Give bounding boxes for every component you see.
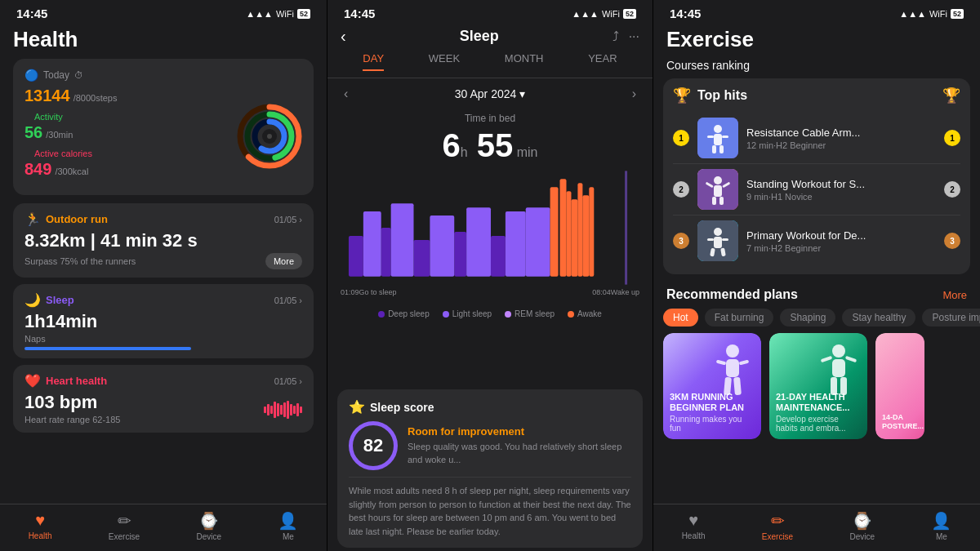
status-bar-sleep: 14:45 ▲▲▲ WiFi 52 — [327, 0, 653, 24]
sleep-start-label: 01:09Go to sleep — [341, 288, 397, 296]
plan-card-text-2: 21-DAY HEALTH MAINTENANCE... Develop exe… — [769, 385, 867, 439]
plans-more-button[interactable]: More — [942, 289, 967, 301]
awake-label: Awake — [577, 309, 602, 318]
plans-title: Recommended plans — [666, 287, 798, 302]
plan-card-2[interactable]: 21-DAY HEALTH MAINTENANCE... Develop exe… — [769, 333, 867, 439]
plan-card-3[interactable]: 14-Da Posture... — [875, 333, 924, 439]
nav-me[interactable]: 👤 Me — [278, 511, 298, 541]
svg-rect-46 — [722, 238, 728, 241]
nav-health-ex[interactable]: ♥ Health — [682, 511, 706, 541]
plans-header: Recommended plans More — [653, 284, 980, 309]
tab-day[interactable]: DAY — [363, 52, 384, 71]
wifi-icon: WiFi — [276, 9, 294, 19]
filter-fat[interactable]: Fat burning — [705, 309, 774, 327]
status-time-3: 14:45 — [670, 7, 701, 20]
tab-year[interactable]: YEAR — [588, 52, 617, 71]
plan-card-1[interactable]: 3KM RUNNING BEGINNER PLAN Running makes … — [663, 333, 761, 439]
workout-row-2[interactable]: 2 Standing Workout for S... 9 min·H1 Nov… — [673, 164, 960, 216]
workout-row-3[interactable]: 3 Primary Workout for De... 7 min·H2 Beg… — [673, 216, 960, 266]
svg-rect-20 — [550, 187, 559, 276]
svg-rect-51 — [716, 360, 727, 366]
score-long-desc: While most adults need 8 h of sleep per … — [349, 477, 631, 538]
sleep-chart-labels: 01:09Go to sleep 08:04Wake up — [341, 288, 639, 303]
nav-exercise-ex[interactable]: ✏ Exercise — [762, 511, 793, 541]
trophy-icon-right: 🏆 — [942, 87, 960, 104]
score-body: 82 Room for improvement Sleep quality wa… — [349, 421, 631, 470]
status-time-2: 14:45 — [344, 7, 375, 20]
workout-row-1[interactable]: 1 Resistance Cable Arm... 12 min·H2 Begi… — [673, 113, 960, 164]
more-button[interactable]: More — [265, 253, 302, 269]
steps-goal: /8000steps — [74, 93, 118, 103]
svg-rect-37 — [714, 185, 722, 197]
workout-name-1: Resistance Cable Arm... — [746, 127, 936, 139]
svg-rect-13 — [491, 236, 506, 277]
svg-rect-57 — [821, 356, 833, 363]
heart-card-sub: Heart rate range 62-185 — [24, 415, 120, 424]
calories-row: 849 /300kcal — [24, 160, 237, 179]
back-button[interactable]: ‹ — [341, 27, 346, 46]
score-status: Room for improvement — [408, 425, 631, 438]
rank-right-2: 2 — [944, 181, 960, 198]
tib-label: Time in bed — [327, 113, 653, 124]
today-section: 🔵 Today ⏱ 13144 /8000steps Activity — [13, 59, 314, 195]
share-icon[interactable]: ⤴ — [612, 29, 619, 44]
health-icon-ex: ♥ — [688, 511, 698, 530]
svg-rect-23 — [571, 199, 577, 276]
sleep-card-value: 1h14min — [24, 311, 302, 332]
legend-awake: Awake — [568, 309, 602, 318]
courses-ranking-label: Courses ranking — [653, 59, 980, 78]
tab-week[interactable]: WEEK — [429, 52, 460, 71]
svg-rect-18 — [506, 211, 526, 277]
deep-dot — [378, 311, 385, 318]
filter-hot[interactable]: Hot — [663, 309, 698, 327]
wifi-icon-3: WiFi — [929, 9, 947, 19]
heart-card-value: 103 bpm — [24, 392, 120, 413]
score-header: ⭐ Sleep score — [349, 399, 631, 415]
score-desc: Sleep quality was good. You had relative… — [408, 441, 631, 466]
awake-dot — [568, 311, 574, 318]
activity-value: 56 — [24, 123, 42, 142]
workout-thumb-2 — [697, 169, 738, 210]
activity-unit: /30min — [46, 130, 73, 140]
activity-label: Activity — [34, 112, 237, 122]
heart-card-header: ❤️ Heart health 01/05 › — [24, 373, 302, 389]
svg-rect-40 — [712, 197, 716, 205]
svg-rect-25 — [582, 195, 589, 276]
nav-device[interactable]: ⌚ Device — [196, 511, 221, 541]
svg-rect-24 — [577, 183, 582, 276]
nav-exercise[interactable]: ✏ Exercise — [109, 511, 140, 541]
status-icons-2: ▲▲▲ WiFi 52 — [572, 9, 636, 19]
svg-rect-11 — [414, 240, 430, 277]
me-nav-icon: 👤 — [278, 511, 298, 531]
sleep-tab-bar: DAY WEEK MONTH YEAR — [327, 52, 653, 78]
sleep-card: 🌙 Sleep 01/05 › 1h14min Naps — [13, 284, 314, 358]
today-label: Today — [43, 69, 69, 81]
nav-me-ex[interactable]: 👤 Me — [931, 511, 951, 541]
workout-figure-3 — [697, 220, 738, 261]
nav-device-ex[interactable]: ⌚ Device — [849, 511, 875, 541]
svg-rect-50 — [726, 359, 739, 377]
date-prev-button[interactable]: ‹ — [344, 87, 348, 101]
filter-shaping[interactable]: Shaping — [780, 309, 835, 327]
sleep-card-date: 01/05 › — [274, 295, 302, 305]
filter-healthy[interactable]: Stay healthy — [842, 309, 915, 327]
today-header: 🔵 Today ⏱ — [24, 69, 302, 82]
svg-rect-17 — [466, 207, 491, 277]
tab-month[interactable]: MONTH — [505, 52, 544, 71]
sleep-chart-svg — [341, 171, 639, 285]
legend-deep: Deep sleep — [378, 309, 430, 318]
svg-rect-34 — [719, 145, 724, 153]
metrics-list: 13144 /8000steps Activity 56 /30min Acti… — [24, 87, 237, 185]
light-dot — [443, 311, 449, 318]
exercise-title: Exercise — [653, 24, 980, 59]
health-bottom-nav: ♥ Health ✏ Exercise ⌚ Device 👤 Me — [0, 504, 327, 551]
more-icon[interactable]: ··· — [629, 29, 639, 44]
svg-rect-44 — [714, 237, 722, 248]
date-next-button[interactable]: › — [632, 87, 636, 101]
svg-point-36 — [714, 176, 722, 184]
filter-posture[interactable]: Posture imp... — [922, 309, 980, 327]
sleep-title: Sleep — [460, 28, 499, 45]
sleep-card-title: Sleep — [46, 294, 74, 306]
svg-point-43 — [714, 228, 722, 236]
nav-health[interactable]: ♥ Health — [29, 511, 52, 541]
